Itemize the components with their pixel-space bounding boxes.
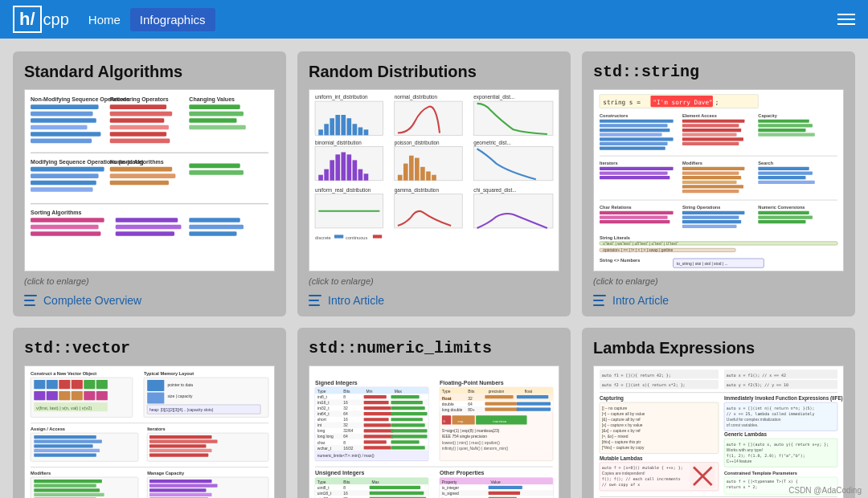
svg-rect-104 <box>600 142 668 145</box>
hamburger-button[interactable] <box>837 10 855 28</box>
svg-rect-107 <box>682 120 744 123</box>
svg-rect-132 <box>758 171 813 174</box>
svg-rect-117 <box>758 133 814 137</box>
svg-text:discrete: discrete <box>315 235 331 240</box>
svg-rect-202 <box>34 489 100 492</box>
nav-home[interactable]: Home <box>79 8 130 31</box>
svg-text:Property: Property <box>442 480 457 484</box>
svg-text:long long: long long <box>317 435 334 439</box>
card-image-random-distributions[interactable]: uniform_int_distribution normal_distribu… <box>309 89 559 271</box>
svg-text:s"text" | ws"text" | u8"text" : s"text" | ws"text" | u8"text" | u"text" … <box>603 242 678 246</box>
svg-text:is_signed: is_signed <box>442 492 459 496</box>
svg-text:[&] – capture all by ref: [&] – capture all by ref <box>602 418 641 422</box>
svg-text:binomial_distribution: binomial_distribution <box>315 140 362 146</box>
svg-text:gamma_distribution: gamma_distribution <box>395 187 440 194</box>
svg-text:chi_squared_dist...: chi_squared_dist... <box>473 187 516 194</box>
svg-rect-67 <box>353 160 358 180</box>
svg-text:Iterators: Iterators <box>600 161 618 165</box>
svg-rect-188 <box>34 449 100 452</box>
svg-text:Unsigned Integers: Unsigned Integers <box>315 470 364 476</box>
svg-rect-428 <box>600 496 837 497</box>
svg-rect-187 <box>34 445 92 448</box>
svg-text:exp: exp <box>458 419 464 423</box>
svg-rect-75 <box>415 158 420 181</box>
link-intro-article-str[interactable]: Intro Article <box>593 292 844 308</box>
svg-rect-78 <box>432 175 436 181</box>
svg-rect-195 <box>149 449 211 452</box>
svg-rect-66 <box>347 154 352 180</box>
svg-text:float: float <box>442 396 452 401</box>
svg-rect-266 <box>364 430 394 433</box>
svg-text:[=] – capture all by value: [=] – capture all by value <box>602 412 645 416</box>
svg-rect-196 <box>149 454 208 457</box>
svg-text:long double: long double <box>442 408 463 412</box>
svg-rect-32 <box>31 203 268 204</box>
svg-text:Char Relations: Char Relations <box>600 205 632 210</box>
card-image-std-vector[interactable]: Construct a New Vector Object v(first, l… <box>24 365 275 498</box>
svg-rect-133 <box>758 176 805 179</box>
svg-rect-211 <box>149 484 218 488</box>
svg-rect-277 <box>391 441 419 444</box>
svg-rect-103 <box>600 137 674 141</box>
svg-text:Mutable Lambdas: Mutable Lambdas <box>600 455 643 461</box>
link-intro-article-rand[interactable]: Intro Article <box>309 292 559 308</box>
nav-infographics[interactable]: Infographics <box>130 8 215 31</box>
svg-rect-37 <box>116 218 178 222</box>
svg-text:exponential_dist...: exponential_dist... <box>473 94 514 100</box>
svg-text:Signed Integers: Signed Integers <box>315 381 358 387</box>
svg-rect-301 <box>517 402 551 406</box>
svg-text:Immediately Invoked Function E: Immediately Invoked Function Expressions… <box>724 396 843 402</box>
svg-rect-236 <box>364 395 387 398</box>
card-image-lambda-expressions[interactable]: auto f1 = [](){ return 42; }; auto x = f… <box>593 365 844 498</box>
svg-rect-120 <box>600 167 674 170</box>
svg-text:Max: Max <box>372 480 380 484</box>
svg-rect-114 <box>758 120 809 123</box>
svg-text:Modifiers: Modifiers <box>682 161 702 165</box>
svg-text:Element Access: Element Access <box>682 113 717 118</box>
card-image-standard-algorithms[interactable]: Non-Modifying Sequence Operations Reorde… <box>24 89 275 271</box>
svg-rect-40 <box>189 218 240 222</box>
svg-text:Changing Values: Changing Values <box>189 96 235 103</box>
svg-text:16: 16 <box>343 418 348 422</box>
svg-rect-48 <box>330 118 334 135</box>
svg-text:auto f = [x=0]() mutable { ++x: auto f = [x=0]() mutable { ++x; }; <box>602 466 683 471</box>
card-image-std-string[interactable]: string s = "I'm sorry Dave" ; Constructo… <box>593 89 844 271</box>
svg-rect-73 <box>403 164 408 181</box>
svg-rect-125 <box>682 171 739 174</box>
svg-rect-61 <box>318 175 323 181</box>
svg-text:Useful for complex initializat: Useful for complex initialization <box>727 418 781 422</box>
svg-rect-256 <box>364 418 389 422</box>
svg-text:String <> Numbers: String <> Numbers <box>600 258 640 263</box>
svg-rect-51 <box>347 118 352 135</box>
svg-text:infinity() | quiet_NaN() | den: infinity() | quiet_NaN() | denorm_min() <box>442 447 509 451</box>
svg-text:is_integer: is_integer <box>442 486 460 490</box>
svg-text:auto x = f1(); // x == 42: auto x = f1(); // x == 42 <box>727 373 786 378</box>
svg-text:Modifiers: Modifiers <box>31 471 51 476</box>
logo[interactable]: h/ cpp <box>13 6 69 33</box>
svg-rect-74 <box>409 156 414 181</box>
svg-rect-14 <box>110 139 170 144</box>
svg-rect-193 <box>149 440 218 443</box>
svg-text:Constructors: Constructors <box>600 113 628 118</box>
svg-text:Value: Value <box>490 480 500 484</box>
svg-rect-128 <box>682 185 743 188</box>
svg-text:heap: [0][1][2][3][4]... (capa: heap: [0][1][2][3][4]... (capacity slots… <box>149 409 214 413</box>
svg-text:80+: 80+ <box>468 408 474 412</box>
svg-rect-27 <box>110 167 172 172</box>
svg-text:Type: Type <box>317 480 326 484</box>
svg-text:mantissa: mantissa <box>493 419 507 423</box>
card-std-string: std::string string s = "I'm sorry Dave" … <box>582 51 855 316</box>
svg-rect-102 <box>600 133 661 137</box>
svg-text:Manage Capacity: Manage Capacity <box>147 471 185 476</box>
svg-text:IEEE 754 single precision: IEEE 754 single precision <box>442 435 487 439</box>
svg-text:of const variables.: of const variables. <box>727 423 759 427</box>
card-image-std-numeric-limits[interactable]: Signed Integers Type Bits Min Max int8_t… <box>309 365 559 498</box>
svg-rect-72 <box>398 175 403 181</box>
svg-rect-89 <box>334 235 343 238</box>
link-complete-overview[interactable]: Complete Overview <box>24 292 275 308</box>
svg-rect-148 <box>758 220 805 223</box>
svg-rect-167 <box>47 391 58 400</box>
svg-text:32: 32 <box>468 397 473 401</box>
svg-text:16: 16 <box>343 492 348 496</box>
card-std-numeric-limits: std::numeric_limits Signed Integers Type… <box>297 328 571 498</box>
